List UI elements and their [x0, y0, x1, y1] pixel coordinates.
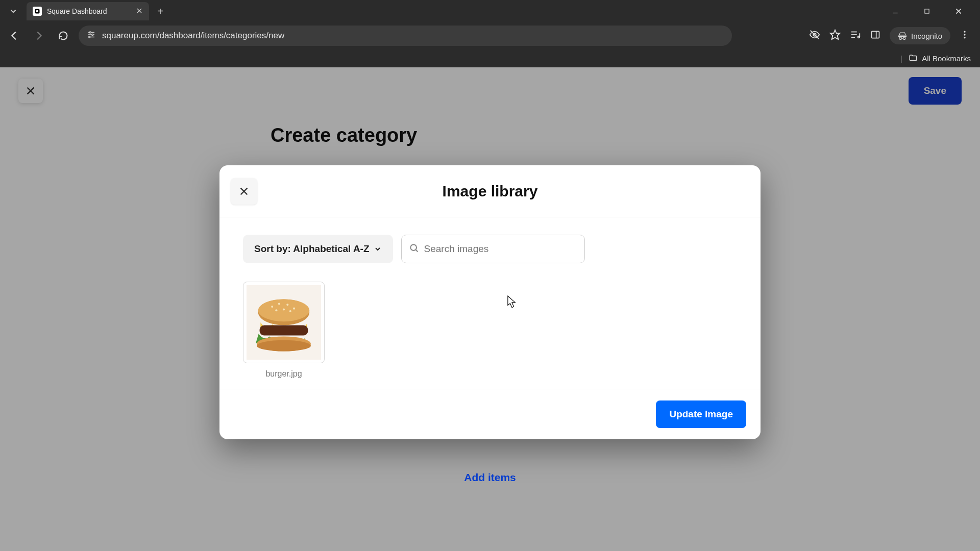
- update-image-button[interactable]: Update image: [656, 400, 746, 428]
- url-bar[interactable]: squareup.com/dashboard/items/categories/…: [79, 26, 732, 46]
- square-favicon: [33, 7, 42, 16]
- burger-image: [247, 285, 321, 360]
- site-settings-icon[interactable]: [87, 30, 96, 42]
- svg-point-41: [275, 309, 277, 311]
- tab-title: Square Dashboard: [47, 7, 131, 15]
- svg-point-13: [89, 36, 90, 38]
- add-items-link[interactable]: Add items: [464, 471, 516, 483]
- nav-reload-button[interactable]: [54, 27, 72, 45]
- bookmark-star-icon[interactable]: [829, 29, 841, 42]
- toolbar-right-icons: Incognito: [809, 27, 975, 44]
- browser-chrome: Square Dashboard + squareup.com/dashboar…: [0, 0, 980, 67]
- window-maximize-icon[interactable]: [916, 3, 938, 19]
- modal-controls-row: Sort by: Alphabetical A-Z: [243, 235, 737, 263]
- image-filename: burger.jpg: [243, 369, 325, 379]
- svg-rect-5: [925, 9, 929, 13]
- sort-label: Sort by: Alphabetical A-Z: [254, 243, 370, 255]
- sidepanel-icon[interactable]: [870, 30, 880, 42]
- svg-rect-22: [872, 31, 879, 38]
- svg-rect-1: [36, 10, 38, 12]
- window-controls: [884, 3, 976, 19]
- sort-dropdown[interactable]: Sort by: Alphabetical A-Z: [243, 235, 393, 263]
- incognito-label: Incognito: [911, 32, 942, 40]
- svg-point-45: [257, 340, 311, 352]
- all-bookmarks-button[interactable]: All Bookmarks: [909, 54, 971, 63]
- new-tab-button[interactable]: +: [153, 4, 167, 18]
- modal-close-button[interactable]: [231, 178, 257, 205]
- playlist-icon[interactable]: [850, 29, 861, 42]
- svg-point-26: [964, 37, 965, 38]
- svg-line-32: [415, 250, 418, 252]
- image-thumbnail[interactable]: [243, 282, 325, 363]
- svg-marker-16: [830, 30, 840, 39]
- window-minimize-icon[interactable]: [884, 3, 906, 19]
- tab-close-icon[interactable]: [136, 7, 143, 16]
- image-thumb: burger.jpg: [243, 282, 325, 379]
- search-icon: [409, 243, 419, 255]
- svg-point-31: [410, 244, 416, 251]
- svg-point-38: [286, 304, 288, 306]
- window-close-icon[interactable]: [947, 3, 970, 19]
- modal-header: Image library: [219, 165, 761, 217]
- image-grid: burger.jpg: [243, 282, 737, 379]
- svg-point-11: [89, 32, 91, 33]
- all-bookmarks-label: All Bookmarks: [922, 54, 971, 63]
- modal-title: Image library: [443, 183, 538, 200]
- eye-off-icon[interactable]: [809, 29, 820, 42]
- svg-point-37: [278, 303, 280, 305]
- modal-footer: Update image: [219, 389, 761, 439]
- incognito-badge[interactable]: Incognito: [890, 27, 950, 44]
- svg-rect-43: [260, 325, 308, 335]
- svg-point-42: [289, 310, 291, 312]
- svg-point-39: [293, 308, 295, 310]
- page-content: Save Create category Add items Image lib…: [0, 67, 980, 551]
- svg-point-24: [964, 31, 965, 33]
- svg-point-25: [964, 34, 965, 35]
- svg-point-36: [271, 306, 273, 308]
- nav-forward-button[interactable]: [30, 27, 48, 45]
- bookmarks-bar: | All Bookmarks: [0, 49, 980, 67]
- browser-menu-icon[interactable]: [960, 30, 970, 42]
- nav-back-button[interactable]: [5, 27, 23, 45]
- browser-tab-active[interactable]: Square Dashboard: [27, 2, 149, 20]
- tab-bar: Square Dashboard +: [0, 0, 980, 22]
- image-library-modal: Image library Sort by: Alphabetical A-Z: [219, 165, 761, 439]
- modal-body: Sort by: Alphabetical A-Z: [219, 217, 761, 389]
- search-input[interactable]: [424, 243, 577, 255]
- url-text: squareup.com/dashboard/items/categories/…: [102, 31, 284, 41]
- search-field-wrapper[interactable]: [401, 235, 585, 263]
- svg-point-40: [283, 308, 285, 310]
- svg-point-12: [92, 34, 93, 35]
- address-bar: squareup.com/dashboard/items/categories/…: [0, 22, 980, 49]
- chevron-down-icon: [374, 245, 382, 253]
- tab-list-dropdown[interactable]: [4, 2, 22, 20]
